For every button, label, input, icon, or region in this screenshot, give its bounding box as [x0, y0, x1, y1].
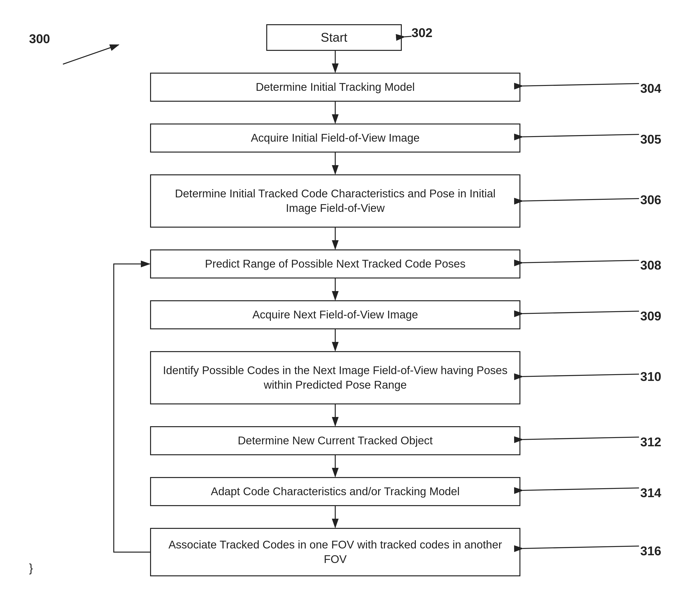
svg-line-21: [523, 546, 639, 549]
ref-label-302: 302: [412, 26, 432, 40]
ref-label-310: 310: [640, 369, 661, 384]
ref-label-309: 309: [640, 309, 661, 323]
ref-label-306: 306: [640, 193, 661, 207]
ref-label-305: 305: [640, 132, 661, 146]
box-305: Acquire Initial Field-of-View Image: [150, 124, 520, 153]
box-306: Determine Initial Tracked Code Character…: [150, 174, 520, 228]
ref-label-314: 314: [640, 486, 661, 500]
ref-label-300: 300: [29, 31, 50, 46]
box-312: Determine New Current Tracked Object: [150, 426, 520, 455]
box-310: Identify Possible Codes in the Next Imag…: [150, 351, 520, 404]
ref-label-308: 308: [640, 258, 661, 272]
ref-label-304: 304: [640, 81, 661, 96]
svg-line-2: [63, 45, 118, 64]
box-309: Acquire Next Field-of-View Image: [150, 300, 520, 329]
box-304: Determine Initial Tracking Model: [150, 73, 520, 102]
start-box: Start: [266, 24, 402, 51]
svg-line-19: [523, 437, 639, 439]
svg-line-16: [523, 260, 639, 263]
svg-line-3: [405, 36, 412, 37]
svg-line-14: [523, 134, 639, 137]
box-314: Adapt Code Characteristics and/or Tracki…: [150, 477, 520, 506]
box-316: Associate Tracked Codes in one FOV with …: [150, 528, 520, 576]
box-308: Predict Range of Possible Next Tracked C…: [150, 250, 520, 278]
svg-line-20: [523, 488, 639, 490]
svg-line-15: [523, 199, 639, 201]
svg-line-18: [523, 374, 639, 376]
diagram: 300 Start 302 Determine Initial Tracking…: [0, 0, 700, 594]
svg-line-17: [523, 311, 639, 314]
svg-line-13: [523, 84, 639, 86]
ref-label-316: 316: [640, 543, 661, 558]
bottom-note: }: [29, 561, 33, 574]
ref-label-312: 312: [640, 435, 661, 449]
